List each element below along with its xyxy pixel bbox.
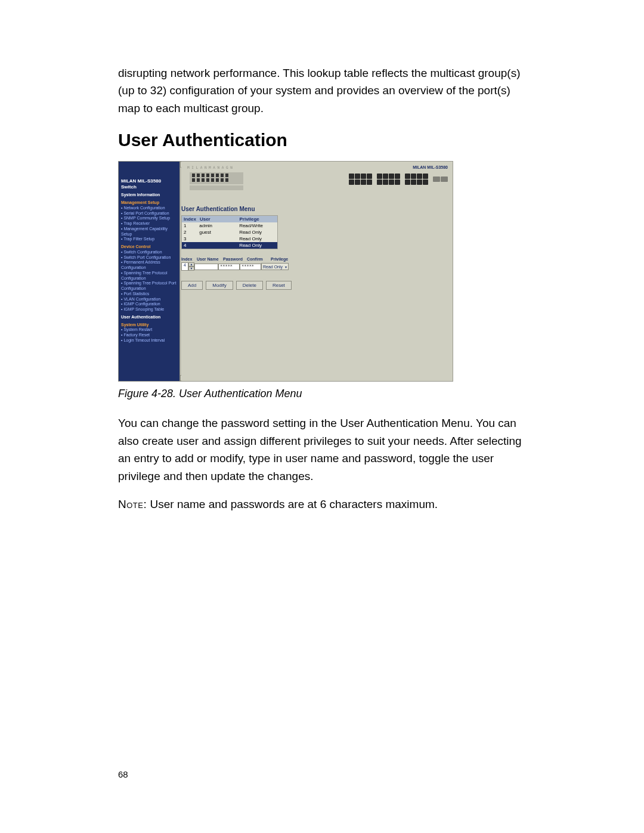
table-row[interactable]: 3Read Only <box>182 236 277 242</box>
add-button[interactable]: Add <box>181 281 203 290</box>
screenshot: MiLAN MIL-S3580 Switch System Informatio… <box>118 161 453 382</box>
svg-text:M I L A N   M A N A G N: M I L A N M A N A G N <box>187 165 233 169</box>
table-row[interactable]: 4Read Only <box>182 242 277 249</box>
chevron-down-icon: ▾ <box>285 265 287 269</box>
cell: Read/Write <box>237 222 277 229</box>
col-user: User <box>198 216 238 222</box>
svg-rect-15 <box>211 178 214 182</box>
reset-button[interactable]: Reset <box>266 281 292 290</box>
privilege-value: Read Only <box>263 265 283 269</box>
modify-button[interactable]: Modify <box>206 281 233 290</box>
sidebar-item[interactable]: • Management Capability Setup <box>121 227 178 237</box>
menu-title: User Authentication Menu <box>181 206 255 212</box>
table-row[interactable]: 2guestRead Only <box>182 229 277 236</box>
note-text: User name and passwords are at 6 charact… <box>147 498 438 510</box>
sidebar-item[interactable]: • Network Configuration <box>121 206 178 211</box>
svg-rect-14 <box>206 178 209 182</box>
edit-row: Index User Name Password Confirm Privile… <box>181 257 312 271</box>
svg-rect-2 <box>190 185 243 190</box>
svg-rect-18 <box>225 178 228 182</box>
table-header: Index User Privilege <box>182 216 277 222</box>
svg-rect-8 <box>216 174 219 177</box>
port-bank-icon <box>349 174 448 185</box>
cell <box>197 242 237 249</box>
figure-caption: Figure 4-28. User Authentication Menu <box>118 388 534 400</box>
cell: 3 <box>182 236 197 242</box>
sidebar-section[interactable]: Management Setup <box>121 200 178 206</box>
sidebar-item[interactable]: • IGMP Snooping Table <box>121 307 178 312</box>
table-row[interactable]: 1adminRead/Write <box>182 222 277 229</box>
cell: guest <box>197 229 237 236</box>
figure: MiLAN MIL-S3580 Switch System Informatio… <box>118 161 534 382</box>
sidebar-item[interactable]: • Trap Receiver <box>121 221 178 227</box>
sidebar-section[interactable]: System Information <box>121 193 178 198</box>
svg-rect-16 <box>216 178 219 182</box>
cell: Read Only <box>237 242 277 249</box>
sidebar-item[interactable]: • Factory Reset <box>121 333 178 338</box>
note-label: Note: <box>118 498 147 510</box>
svg-rect-4 <box>197 174 200 177</box>
port-diagram-icon: M I L A N M A N A G N <box>187 164 354 191</box>
label-privilege: Privilege <box>271 257 306 261</box>
cell: Read Only <box>237 236 277 242</box>
sidebar-item[interactable]: • System Restart <box>121 327 178 333</box>
intro-paragraph: disrupting network performance. This loo… <box>118 64 534 117</box>
svg-rect-5 <box>202 174 205 177</box>
password-field[interactable] <box>218 264 240 270</box>
sidebar-item[interactable]: • Login Timeout Interval <box>121 338 178 343</box>
index-stepper[interactable]: 4 ▲ ▼ <box>181 262 194 271</box>
confirm-field[interactable] <box>240 264 261 270</box>
sidebar-item[interactable]: • SNMP Community Setup <box>121 216 178 221</box>
stepper-down-icon[interactable]: ▼ <box>188 267 194 271</box>
sidebar-item[interactable]: • Port Statistics <box>121 292 178 297</box>
sidebar: MiLAN MIL-S3580 Switch System Informatio… <box>119 162 180 381</box>
cell: 1 <box>182 222 197 229</box>
brand-header: MILAN MIL-S3580 <box>413 165 448 169</box>
label-password: Password <box>223 257 247 261</box>
index-value: 4 <box>181 262 188 271</box>
label-index: Index <box>181 257 197 261</box>
cell: 2 <box>182 229 197 236</box>
note: Note: User name and passwords are at 6 c… <box>118 496 534 513</box>
svg-rect-3 <box>192 174 195 177</box>
sidebar-item[interactable]: • Switch Configuration <box>121 250 178 255</box>
col-privilege: Privilege <box>237 216 277 222</box>
sidebar-item[interactable]: • Trap Filter Setup <box>121 237 178 242</box>
sidebar-item[interactable]: • Serial Port Configuration <box>121 211 178 216</box>
description-paragraph: You can change the password setting in t… <box>118 414 534 485</box>
main-panel: MILAN MIL-S3580 M I L A N M A N A G N <box>181 162 453 381</box>
svg-rect-9 <box>221 174 224 177</box>
sidebar-item[interactable]: • Permanent Address Configuration <box>121 260 178 271</box>
label-confirm: Confirm <box>247 257 271 261</box>
section-heading: User Authentication <box>118 130 534 150</box>
svg-rect-13 <box>202 178 205 182</box>
svg-rect-6 <box>206 174 209 177</box>
page-number: 68 <box>118 769 128 779</box>
username-field[interactable] <box>194 264 218 270</box>
cell: admin <box>197 222 237 229</box>
svg-rect-12 <box>197 178 200 182</box>
svg-rect-10 <box>225 174 228 177</box>
privilege-select[interactable]: Read Only ▾ <box>261 263 289 270</box>
cell: 4 <box>182 242 197 249</box>
svg-rect-7 <box>211 174 214 177</box>
sidebar-item[interactable]: • Spanning Tree Protocol Port Configurat… <box>121 281 178 292</box>
sidebar-items: System InformationManagement Setup• Netw… <box>121 193 178 343</box>
cell <box>197 236 237 242</box>
user-table: Index User Privilege 1adminRead/Write2gu… <box>181 215 278 249</box>
col-index: Index <box>182 216 198 222</box>
svg-rect-17 <box>221 178 224 182</box>
svg-rect-11 <box>192 178 195 182</box>
stepper-up-icon[interactable]: ▲ <box>188 262 194 267</box>
sidebar-section[interactable]: User Authentication <box>121 315 178 320</box>
delete-button[interactable]: Delete <box>236 281 263 290</box>
sidebar-section[interactable]: Device Control <box>121 244 178 250</box>
cell: Read Only <box>237 229 277 236</box>
sidebar-item[interactable]: • IGMP Configuration <box>121 302 178 307</box>
label-username: User Name <box>197 257 223 261</box>
sidebar-item[interactable]: • VLAN Configuration <box>121 297 178 302</box>
sidebar-item[interactable]: • Spanning Tree Protocol Configuration <box>121 271 178 281</box>
device-title: MiLAN MIL-S3580 Switch <box>121 178 178 190</box>
sidebar-section[interactable]: System Utility <box>121 323 178 328</box>
sidebar-item[interactable]: • Switch Port Configuration <box>121 255 178 261</box>
